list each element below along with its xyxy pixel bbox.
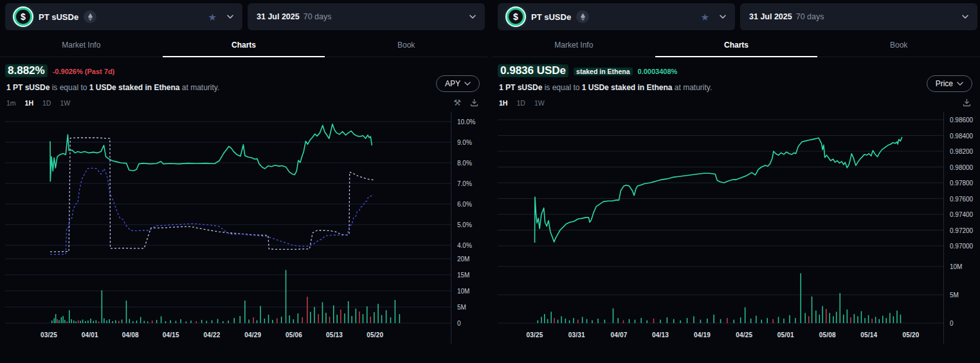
stat-badge: staked in Ethena <box>574 68 632 75</box>
tools-icon[interactable]: ⚒ <box>453 98 461 107</box>
download-icon[interactable] <box>470 98 478 107</box>
tab-market-info[interactable]: Market Info <box>0 35 163 57</box>
y-tick: 0.98200 <box>950 148 973 155</box>
y-axis-labels: 10.0%9.0%8.0%7.0%6.0%5.0%4.0%20M15M10M5M… <box>451 112 487 344</box>
y-tick: 0.97400 <box>950 211 973 218</box>
token-name: PT sUSDe <box>39 12 78 22</box>
chart-mode-button[interactable]: Price <box>927 75 972 92</box>
volume-y-tick: 0 <box>950 320 954 327</box>
y-tick: 10.0% <box>457 118 475 126</box>
y-tick: 0.97600 <box>950 196 973 203</box>
volume-y-tick: 15M <box>457 272 469 279</box>
maturity-days: 70 days <box>304 12 332 21</box>
x-tick: 03/31 <box>568 331 585 339</box>
chart-plot[interactable] <box>498 112 943 326</box>
chevron-down-icon <box>469 15 476 19</box>
token-selector[interactable]: $ PT sUSDe ★ <box>5 3 242 30</box>
favorite-star-icon[interactable]: ★ <box>208 12 217 22</box>
interval-1d[interactable]: 1D <box>42 99 51 107</box>
maturity-selector[interactable]: 31 Jul 2025 70 days <box>248 3 485 30</box>
stat-value: 0.9836 USDe <box>498 64 568 77</box>
interval-1d[interactable]: 1D <box>516 99 525 107</box>
toolbar-icons: ⚒ <box>453 98 478 107</box>
chart-toolbar: 1m1H1D1W ⚒ <box>0 92 487 109</box>
interval-switcher: 1m1H1D1W <box>6 99 70 107</box>
y-tick: 0.97800 <box>950 180 973 187</box>
x-tick: 04/22 <box>204 331 221 339</box>
chevron-down-icon <box>720 15 726 19</box>
maturity-description: 1 PT sUSDe is equal to 1 USDe staked in … <box>5 83 219 92</box>
stats-row: 8.882% -0.9026% (Past 7d) 1 PT sUSDe is … <box>0 57 487 92</box>
market-panel-apy: $ PT sUSDe ★ 31 Jul 2025 70 days Market … <box>0 3 487 363</box>
x-tick: 04/01 <box>82 331 98 339</box>
volume-y-tick: 5M <box>950 292 959 299</box>
chart-area: 03/2503/3104/0704/1304/1904/2505/0105/08… <box>493 112 980 344</box>
chart-mode-button[interactable]: APY <box>436 75 480 92</box>
volume-y-tick: 0 <box>457 320 461 327</box>
tab-market-info[interactable]: Market Info <box>493 35 655 57</box>
stats-row: 0.9836 USDe staked in Ethena 0.0003408% … <box>493 57 980 92</box>
token-coin-icon: $ <box>507 8 525 26</box>
volume-y-tick: 10M <box>950 263 962 270</box>
series-price <box>535 137 902 243</box>
x-tick: 05/14 <box>860 331 877 339</box>
chevron-down-icon <box>464 82 471 86</box>
interval-1h[interactable]: 1H <box>25 99 33 107</box>
maturity-days: 70 days <box>796 12 824 21</box>
x-tick: 04/29 <box>244 331 261 339</box>
toolbar-icons <box>963 98 971 107</box>
y-axis-labels: 0.986000.984000.982000.980000.978000.976… <box>944 112 980 344</box>
maturity-description: 1 PT sUSDe is equal to 1 USDe staked in … <box>498 83 712 92</box>
interval-1m[interactable]: 1m <box>6 99 16 107</box>
series-underlying-apy <box>50 138 375 252</box>
token-coin-icon: $ <box>14 8 32 26</box>
interval-1h[interactable]: 1H <box>499 99 507 107</box>
ethereum-badge-icon <box>576 10 589 23</box>
volume-y-tick: 10M <box>457 288 469 295</box>
x-tick: 04/13 <box>652 331 669 339</box>
chevron-down-icon <box>227 15 233 19</box>
y-tick: 0.97200 <box>950 227 973 234</box>
x-tick: 05/20 <box>902 331 919 339</box>
volume-y-tick: 5M <box>457 304 466 311</box>
interval-1w[interactable]: 1W <box>534 99 545 107</box>
x-tick: 03/25 <box>41 331 57 339</box>
favorite-star-icon[interactable]: ★ <box>701 12 709 22</box>
maturity-selector[interactable]: 31 Jul 2025 70 days <box>740 3 977 30</box>
y-tick: 7.0% <box>457 180 472 187</box>
y-tick: 8.0% <box>457 160 472 167</box>
chart-area: 03/2504/0104/0804/1504/2204/2905/0605/13… <box>0 112 487 344</box>
x-axis-labels: 03/2504/0104/0804/1504/2204/2905/0605/13… <box>5 326 451 344</box>
interval-1w[interactable]: 1W <box>60 99 70 107</box>
volume-y-tick: 20M <box>457 256 469 263</box>
x-tick: 05/20 <box>367 331 383 339</box>
stat-value: 8.882% <box>5 64 48 77</box>
tab-bar: Market InfoChartsBook <box>493 35 980 57</box>
y-tick: 4.0% <box>457 242 472 249</box>
x-tick: 04/07 <box>610 331 627 339</box>
y-tick: 6.0% <box>457 201 472 208</box>
x-tick: 05/13 <box>326 331 343 339</box>
y-tick: 5.0% <box>457 221 472 228</box>
y-tick: 9.0% <box>457 139 472 146</box>
ethereum-badge-icon <box>84 10 96 23</box>
panel-header: $ PT sUSDe ★ 31 Jul 2025 70 days <box>0 3 487 30</box>
maturity-date: 31 Jul 2025 <box>749 12 792 21</box>
chart-plot[interactable] <box>5 112 451 326</box>
tab-charts[interactable]: Charts <box>163 35 325 57</box>
chevron-down-icon <box>957 82 963 86</box>
download-icon[interactable] <box>963 98 971 107</box>
x-tick: 05/01 <box>777 331 794 339</box>
stat-change: -0.9026% (Past 7d) <box>53 68 115 75</box>
panel-header: $ PT sUSDe ★ 31 Jul 2025 70 days <box>493 3 980 30</box>
token-name: PT sUSDe <box>531 12 571 22</box>
tab-charts[interactable]: Charts <box>655 35 818 57</box>
tab-book[interactable]: Book <box>817 35 980 57</box>
y-tick: 0.98400 <box>950 133 973 140</box>
token-selector[interactable]: $ PT sUSDe ★ <box>498 3 735 30</box>
tab-book[interactable]: Book <box>325 35 487 57</box>
maturity-date: 31 Jul 2025 <box>257 12 300 21</box>
x-tick: 04/25 <box>736 331 752 339</box>
chart-toolbar: 1H1D1W <box>493 92 980 109</box>
x-tick: 04/08 <box>122 331 139 339</box>
